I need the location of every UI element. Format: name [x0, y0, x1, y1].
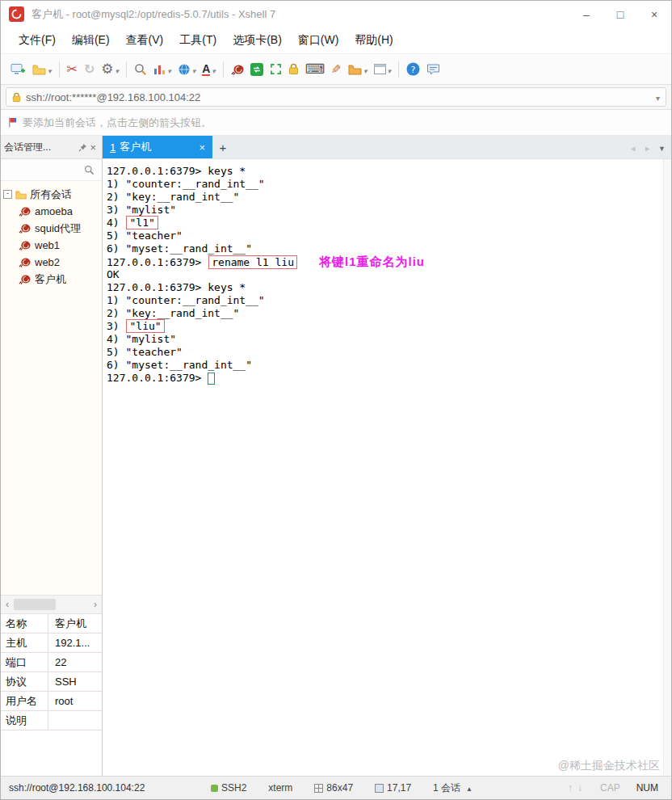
window-layout-button[interactable]	[371, 58, 395, 81]
terminal-line: 1) "counter:__rand_int__"	[107, 294, 660, 307]
close-button[interactable]: ×	[637, 1, 671, 27]
property-value: 客户机	[48, 614, 102, 633]
status-cursor-position: 17,17	[375, 782, 411, 794]
session-properties-table: 名称 客户机 主机 192.1... 端口 22 协议	[1, 614, 102, 731]
property-label: 协议	[1, 672, 48, 691]
toolbar-separator	[398, 61, 399, 78]
tab-scroll-left-icon[interactable]	[629, 140, 636, 154]
session-item[interactable]: amoeba	[3, 203, 100, 220]
scroll-right-icon[interactable]	[89, 596, 102, 613]
terminal-scrollbar[interactable]	[663, 159, 671, 776]
new-session-button[interactable]	[7, 58, 29, 81]
tab-bar: 1 客户机	[103, 136, 671, 159]
help-button[interactable]: ?	[403, 58, 423, 81]
font-button[interactable]	[199, 58, 219, 81]
status-session-count[interactable]: 1 会话	[433, 781, 472, 795]
terminal-text: 6) "myset:__rand_int__"	[107, 242, 252, 255]
property-value: 22	[48, 653, 102, 672]
session-manager-panel: 会话管理... 所有会话 amoeba	[1, 136, 103, 776]
search-icon	[134, 63, 147, 76]
menu-item[interactable]: 文件(F)	[10, 31, 64, 50]
session-search-row[interactable]	[1, 159, 102, 181]
virtual-keyboard-button[interactable]	[302, 58, 329, 81]
terminal-line: 3) "liu"	[107, 320, 660, 333]
panel-close-icon[interactable]	[87, 141, 99, 154]
maximize-button[interactable]: □	[603, 1, 637, 27]
terminal-line: 3) "mylist"	[107, 204, 660, 217]
compose-button[interactable]	[328, 58, 345, 81]
status-protocol-label: SSH2	[221, 782, 246, 794]
session-tree-root[interactable]: 所有会话	[3, 186, 100, 203]
search-icon[interactable]	[84, 165, 94, 175]
menu-item[interactable]: 窗口(W)	[290, 31, 347, 50]
scrollbar-thumb[interactable]	[14, 599, 56, 610]
menu-item[interactable]: 选项卡(B)	[225, 31, 290, 50]
session-properties-button[interactable]	[98, 58, 122, 81]
window-controls: – □ ×	[569, 1, 671, 27]
terminal-line: 6) "myset:__rand_int__"	[107, 359, 660, 372]
transfer-folder-icon	[348, 64, 362, 75]
window-icon	[374, 64, 386, 74]
terminal[interactable]: 127.0.0.1:6379> keys * 1) "counter:__ran…	[103, 159, 671, 776]
status-position-label: 17,17	[387, 782, 411, 794]
session-item-label: 客户机	[35, 272, 66, 287]
open-session-button[interactable]	[29, 58, 55, 81]
menu-item[interactable]: 查看(V)	[118, 31, 172, 50]
fullscreen-button[interactable]	[267, 58, 285, 81]
session-root-label: 所有会话	[30, 187, 72, 202]
find-button[interactable]	[131, 58, 150, 81]
terminal-text: OK	[107, 268, 120, 280]
launch-xagent-button[interactable]	[228, 58, 247, 81]
session-item[interactable]: squid代理	[3, 220, 100, 237]
arrow-down-icon[interactable]	[578, 782, 582, 794]
session-item[interactable]: web1	[3, 237, 100, 254]
property-value: SSH	[48, 672, 102, 691]
quick-commands-button[interactable]	[150, 58, 174, 81]
terminal-text: 2) "key:__rand_int__"	[107, 191, 239, 203]
window-title: 客户机 - root@mysql2:/opt/redis-5.0.7/utils…	[32, 7, 569, 22]
terminal-line: 4) "l1"	[107, 217, 660, 229]
reconnect-button[interactable]	[81, 58, 98, 81]
lock-screen-button[interactable]	[285, 58, 302, 81]
terminal-line: 5) "teacher"	[107, 229, 660, 242]
highlight-box: "l1"	[126, 216, 158, 229]
chevron-up-icon	[464, 782, 472, 794]
session-item-label: web2	[35, 256, 60, 268]
session-manager-header: 会话管理...	[1, 136, 102, 159]
status-size: 86x47	[314, 782, 353, 794]
menu-item[interactable]: 工具(T)	[171, 31, 225, 50]
feedback-button[interactable]	[423, 58, 443, 81]
tab-active[interactable]: 1 客户机	[103, 136, 212, 158]
address-dropdown-icon[interactable]	[656, 91, 660, 103]
minimize-button[interactable]: –	[569, 1, 603, 27]
tab-close-icon[interactable]	[187, 141, 205, 154]
terminal-line: 127.0.0.1:6379> rename l1 liu将键l1重命名为liu	[107, 255, 660, 268]
protocol-icon	[211, 785, 218, 792]
svg-text:?: ?	[411, 65, 416, 75]
toolbar-separator	[223, 61, 224, 78]
menu-item[interactable]: 编辑(E)	[64, 31, 118, 50]
session-item[interactable]: 客户机	[3, 271, 100, 288]
tab-list-icon[interactable]	[658, 140, 666, 154]
disconnect-button[interactable]	[64, 58, 81, 81]
property-label: 主机	[1, 634, 48, 652]
main-area: 1 客户机 127.0.0.1:6379> keys * 1)	[103, 136, 671, 776]
session-item[interactable]: web2	[3, 254, 100, 271]
new-tab-button[interactable]	[212, 136, 233, 158]
status-terminal-label: xterm	[268, 782, 292, 794]
menu-item[interactable]: 帮助(H)	[346, 31, 401, 50]
terminal-text: 3) "mylist"	[107, 204, 176, 216]
encoding-button[interactable]	[174, 58, 200, 81]
address-field[interactable]: ssh://root:******@192.168.100.104:22	[6, 87, 666, 107]
new-xftp-button[interactable]	[247, 58, 267, 81]
pin-icon[interactable]	[78, 143, 87, 152]
file-transfer-button[interactable]	[345, 58, 371, 81]
horizontal-scrollbar[interactable]	[1, 595, 102, 614]
collapse-icon[interactable]	[3, 190, 12, 199]
property-row: 说明	[1, 711, 102, 730]
tab-scroll-right-icon[interactable]	[644, 140, 651, 154]
session-tree: 所有会话 amoeba squid代理	[1, 181, 102, 595]
bar-chart-icon	[153, 64, 166, 75]
scroll-left-icon[interactable]	[1, 596, 14, 613]
arrow-up-icon[interactable]	[568, 782, 573, 794]
